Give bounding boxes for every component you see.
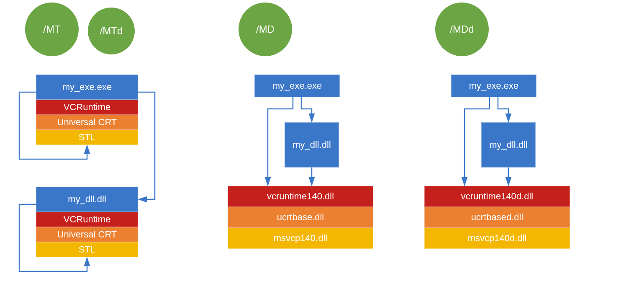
mdd-exe-box: my_exe.exe [451,75,536,97]
circle-mtd: /MTd [88,8,135,54]
mt-dll-box: my_dll.dll [36,187,138,212]
circle-mt: /MT [25,3,79,56]
mt-dll-vcr: VCRuntime [36,212,138,227]
md-dll-box: my_dll.dll [285,122,339,168]
md-vcr: vcruntime140.dll [228,186,373,207]
mdd-ucrt: ucrtbased.dll [424,207,570,228]
circle-md: /MD [239,3,292,56]
mt-exe-vcr: VCRuntime [36,100,138,115]
mt-exe-ucrt: Universal CRT [36,115,138,130]
md-ucrt: ucrtbase.dll [228,207,373,228]
mt-dll-stl: STL [36,242,138,257]
mdd-vcr: vcruntime140d.dll [424,186,570,207]
md-exe-box: my_exe.exe [254,75,340,97]
mdd-stl: msvcp140d.dll [424,228,570,249]
mt-exe-stl: STL [36,130,138,145]
mdd-dll-box: my_dll.dll [481,122,536,168]
md-stl: msvcp140.dll [228,228,373,249]
mt-exe-box: my_exe.exe [36,75,138,100]
mt-dll-ucrt: Universal CRT [36,227,138,242]
circle-mdd: /MDd [435,3,489,56]
